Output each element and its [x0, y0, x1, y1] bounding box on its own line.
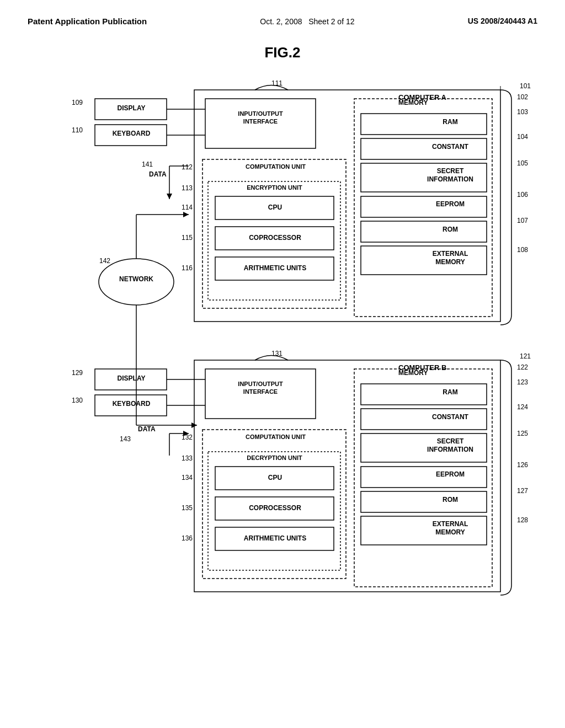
memory-label-b: MEMORY — [398, 369, 428, 377]
ref-106: 106 — [517, 191, 528, 199]
display-label-b: DISPLAY — [96, 374, 167, 382]
ref-141: 141 — [142, 160, 153, 168]
io-label-b: INPUT/OUTPUTINTERFACE — [205, 380, 316, 396]
ref-127: 127 — [517, 487, 528, 495]
ref-116: 116 — [182, 264, 193, 272]
coprocessor-label-a: COPROCESSOR — [216, 234, 334, 242]
ref-103: 103 — [517, 108, 528, 116]
header-sheet: Sheet 2 of 12 — [308, 17, 354, 26]
memory-label-a: MEMORY — [398, 99, 428, 106]
coprocessor-label-b: COPROCESSOR — [216, 504, 334, 512]
svg-marker-20 — [167, 194, 172, 199]
io-label-a: INPUT/OUTPUTINTERFACE — [205, 110, 316, 126]
rom-label-b: ROM — [387, 496, 513, 504]
page-header: Patent Application Publication Oct. 2, 2… — [0, 0, 565, 33]
ref-105: 105 — [517, 159, 528, 167]
ref-132: 132 — [182, 433, 193, 441]
keyboard-label-b: KEYBOARD — [96, 400, 167, 408]
header-left: Patent Application Publication — [28, 17, 147, 26]
ref-131: 131 — [271, 350, 282, 357]
ref-142: 142 — [99, 257, 110, 265]
cpu-label-b: CPU — [216, 474, 334, 481]
svg-marker-25 — [183, 212, 189, 217]
ref-114: 114 — [182, 204, 193, 211]
ref-135: 135 — [182, 504, 193, 512]
ref-134: 134 — [182, 474, 193, 481]
ref-143: 143 — [120, 435, 131, 443]
ref-136: 136 — [182, 534, 193, 542]
constant-label-a: CONSTANT — [387, 143, 513, 151]
computation-label-a: COMPUTATION UNIT — [205, 163, 346, 170]
ref-109: 109 — [72, 99, 83, 106]
header-date: Oct. 2, 2008 — [260, 17, 302, 26]
keyboard-label-a: KEYBOARD — [96, 130, 167, 137]
ref-108: 108 — [517, 246, 528, 254]
ref-129: 129 — [72, 369, 83, 377]
ref-124: 124 — [517, 403, 528, 411]
ref-111: 111 — [271, 79, 282, 87]
ref-128: 128 — [517, 516, 528, 524]
header-center: Oct. 2, 2008 Sheet 2 of 12 — [260, 17, 354, 28]
eeprom-label-a: EEPROM — [387, 200, 513, 208]
figure-title: FIG.2 — [0, 44, 565, 61]
ref-125: 125 — [517, 430, 528, 437]
data-label-141: DATA — [149, 170, 167, 178]
ext-mem-label-a: EXTERNALMEMORY — [387, 250, 513, 267]
ref-126: 126 — [517, 461, 528, 469]
ref-115: 115 — [182, 234, 193, 242]
ref-130: 130 — [72, 397, 83, 404]
svg-marker-28 — [191, 422, 197, 428]
computation-label-b: COMPUTATION UNIT — [205, 433, 346, 440]
rom-label-a: ROM — [387, 226, 513, 233]
ram-label-b: RAM — [387, 388, 513, 396]
ref-113: 113 — [182, 184, 193, 192]
data-label-143: DATA — [138, 425, 156, 433]
secret-info-label-b: SECRETINFORMATION — [387, 437, 513, 454]
ref-110: 110 — [72, 126, 83, 134]
arithmetic-label-a: ARITHMETIC UNITS — [216, 264, 334, 272]
ref-123: 123 — [517, 378, 528, 386]
ref-122: 122 — [517, 363, 528, 371]
header-right: US 2008/240443 A1 — [468, 17, 537, 25]
arithmetic-label-b: ARITHMETIC UNITS — [216, 534, 334, 542]
ref-104: 104 — [517, 133, 528, 141]
cpu-label-a: CPU — [216, 204, 334, 211]
ref-102: 102 — [517, 93, 528, 101]
decryption-label-b: DECRYPTION UNIT — [210, 454, 339, 461]
secret-info-label-a: SECRETINFORMATION — [387, 167, 513, 184]
display-label-a: DISPLAY — [96, 104, 167, 112]
constant-label-b: CONSTANT — [387, 413, 513, 421]
eeprom-label-b: EEPROM — [387, 470, 513, 478]
ext-mem-label-b: EXTERNALMEMORY — [387, 520, 513, 537]
ref-133: 133 — [182, 454, 193, 462]
ref-107: 107 — [517, 217, 528, 224]
diagram-area: 101 111 COMPUTER A 102 MEMORY 103 RAM 10… — [34, 78, 531, 684]
ref-121: 121 — [520, 352, 531, 360]
network-label: NETWORK — [117, 275, 156, 283]
ref-112: 112 — [182, 163, 193, 171]
encryption-label-a: ENCRYPTION UNIT — [210, 184, 339, 191]
ram-label-a: RAM — [387, 118, 513, 126]
ref-101: 101 — [520, 82, 531, 90]
